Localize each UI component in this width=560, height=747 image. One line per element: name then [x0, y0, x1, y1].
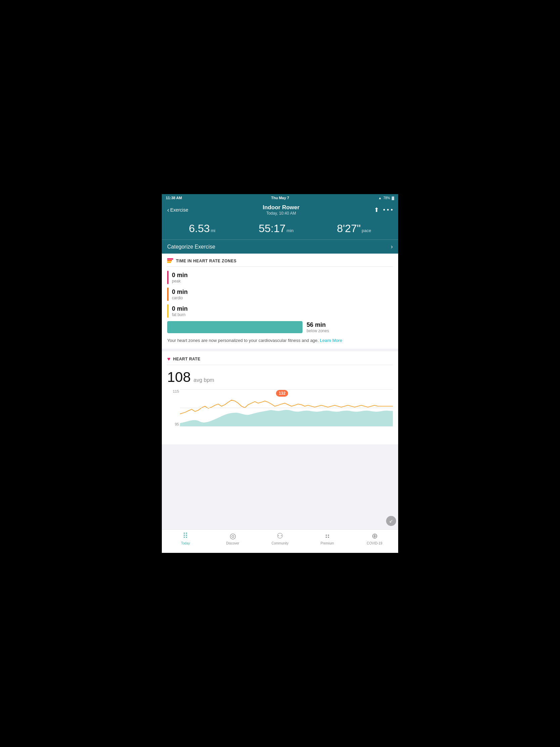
nav-community-label: Community: [272, 541, 289, 545]
zones-description: Your heart zones are now personalized to…: [167, 337, 393, 344]
hr-unit: avg bpm: [194, 377, 214, 383]
wifi-icon: ▲: [378, 196, 382, 200]
below-zones-label: below zones: [306, 329, 329, 333]
status-date: Thu May 7: [271, 196, 289, 200]
main-content: TIME IN HEART RATE ZONES 0 min peak 0 mi…: [162, 254, 398, 529]
status-icons: ▲ 78% ▓: [378, 196, 394, 200]
discover-icon: ◎: [230, 532, 236, 540]
back-label: Exercise: [170, 207, 188, 213]
premium-icon: ⠶: [325, 532, 330, 540]
duration-value: 55:17: [259, 222, 285, 235]
categorize-bar[interactable]: Categorize Exercise ›: [162, 239, 398, 254]
hr-avg: 108 avg bpm: [167, 369, 393, 385]
exercise-header: ‹ Exercise Indoor Rower Today, 10:40 AM …: [162, 202, 398, 219]
chart-label-low: 95: [167, 422, 179, 426]
zones-section-header: TIME IN HEART RATE ZONES: [167, 258, 393, 267]
peak-bar-indicator: [167, 271, 168, 284]
cardio-zone-info: 0 min cardio: [172, 288, 188, 300]
pace-stat: 8'27" pace: [337, 222, 371, 235]
grid-line-bottom: [180, 426, 393, 427]
distance-stat: 6.53 mi: [189, 222, 215, 235]
nav-discover-label: Discover: [226, 541, 239, 545]
share-icon[interactable]: ⬆: [374, 206, 379, 214]
battery-icon: ▓: [392, 196, 394, 200]
zones-stacked-icon: [167, 258, 173, 264]
zone-fatburn: 0 min fat burn: [167, 304, 393, 318]
nav-premium[interactable]: ⠶ Premium: [303, 532, 351, 550]
nav-discover[interactable]: ◎ Discover: [209, 532, 257, 550]
peak-label: peak: [172, 279, 188, 283]
nav-today[interactable]: ⠿ Today: [162, 532, 209, 550]
categorize-arrow-icon: ›: [391, 243, 393, 250]
chart-tooltip: 132: [276, 390, 288, 397]
hr-section-title: HEART RATE: [173, 357, 201, 361]
zone-peak: 0 min peak: [167, 271, 393, 284]
peak-zone-info: 0 min peak: [172, 272, 188, 283]
corner-resize-button[interactable]: ↙: [386, 516, 396, 526]
below-zones-info: 56 min below zones: [306, 321, 329, 333]
cardio-bar-indicator: [167, 287, 168, 301]
duration-stat: 55:17 min: [259, 222, 293, 235]
heart-icon: ♥: [167, 356, 170, 362]
below-zones-bar: [167, 321, 302, 333]
chart-area: 132: [180, 389, 393, 426]
grid-line-mid: [180, 408, 393, 408]
below-zones-container: 56 min below zones: [167, 321, 393, 333]
back-button[interactable]: ‹ Exercise: [167, 207, 188, 214]
battery-level: 78%: [383, 196, 390, 200]
distance-value: 6.53: [189, 222, 210, 235]
cardio-minutes: 0 min: [172, 288, 188, 295]
hr-value: 108: [167, 369, 191, 385]
fatburn-minutes: 0 min: [172, 305, 188, 312]
grid-line-top: [180, 389, 393, 390]
peak-minutes: 0 min: [172, 272, 188, 279]
status-bar: 11:38 AM Thu May 7 ▲ 78% ▓: [162, 194, 398, 202]
distance-unit: mi: [211, 228, 216, 233]
exercise-subtitle: Today, 10:40 AM: [263, 211, 300, 216]
duration-unit: min: [287, 228, 294, 233]
fatburn-zone-info: 0 min fat burn: [172, 305, 188, 317]
bottom-nav: ⠿ Today ◎ Discover ⚇ Community ⠶ Premium…: [162, 529, 398, 553]
covid-icon: ⊕: [372, 532, 378, 540]
categorize-label: Categorize Exercise: [167, 244, 215, 250]
exercise-title: Indoor Rower: [263, 204, 300, 211]
heart-rate-chart: 115 95 132: [167, 389, 393, 433]
nav-covid-label: COVID-19: [367, 541, 382, 545]
back-chevron-icon: ‹: [167, 207, 169, 214]
nav-today-label: Today: [181, 541, 190, 545]
heart-rate-section: ♥ HEART RATE 108 avg bpm 115 95: [162, 351, 398, 444]
today-icon: ⠿: [183, 532, 188, 540]
chart-label-high: 115: [167, 389, 179, 393]
header-title-block: Indoor Rower Today, 10:40 AM: [263, 204, 300, 216]
pace-value: 8'27": [337, 222, 361, 235]
zones-section-title: TIME IN HEART RATE ZONES: [176, 259, 236, 263]
nav-premium-label: Premium: [321, 541, 334, 545]
learn-more-link[interactable]: Learn More: [320, 338, 342, 343]
below-zones-minutes: 56 min: [306, 321, 329, 329]
nav-covid[interactable]: ⊕ COVID-19: [351, 532, 398, 550]
community-icon: ⚇: [277, 532, 283, 540]
stats-bar: 6.53 mi 55:17 min 8'27" pace: [162, 219, 398, 239]
cardio-label: cardio: [172, 295, 188, 300]
fatburn-bar-indicator: [167, 304, 168, 318]
nav-community[interactable]: ⚇ Community: [257, 532, 304, 550]
fatburn-label: fat burn: [172, 312, 188, 317]
status-time: 11:38 AM: [166, 196, 182, 200]
pace-unit: pace: [362, 228, 371, 233]
chart-labels: 115 95: [167, 389, 179, 426]
heart-rate-zones-section: TIME IN HEART RATE ZONES 0 min peak 0 mi…: [162, 254, 398, 349]
hr-section-header: ♥ HEART RATE: [167, 356, 393, 365]
header-actions: ⬆ • • •: [374, 206, 393, 214]
more-icon[interactable]: • • •: [383, 207, 393, 214]
zone-cardio: 0 min cardio: [167, 287, 393, 301]
